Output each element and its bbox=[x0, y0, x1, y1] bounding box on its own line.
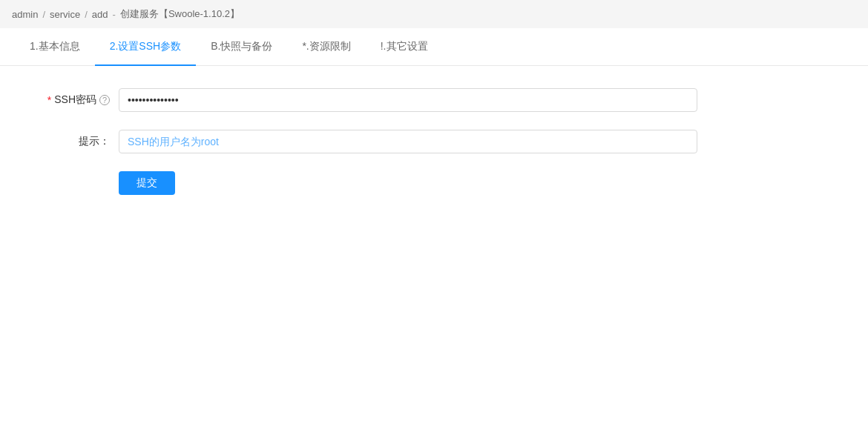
ssh-password-label-text: SSH密码 bbox=[54, 93, 96, 107]
separator-3: - bbox=[113, 9, 116, 20]
breadcrumb-bar: admin / service / add - 创建服务【Swoole-1.10… bbox=[0, 0, 868, 28]
hint-label: 提示： bbox=[30, 135, 119, 148]
tabs-bar: 1.基本信息 2.设置SSH参数 B.快照与备份 *.资源限制 !.其它设置 bbox=[0, 28, 868, 66]
tab-ssh-params[interactable]: 2.设置SSH参数 bbox=[95, 28, 196, 65]
submit-row: 提交 bbox=[119, 171, 838, 195]
hint-input[interactable] bbox=[119, 130, 697, 153]
form-area: * SSH密码 ? 提示： 提交 bbox=[0, 66, 868, 217]
breadcrumb-add: add bbox=[92, 9, 108, 20]
separator-2: / bbox=[85, 9, 88, 20]
ssh-password-label: * SSH密码 ? bbox=[30, 93, 119, 107]
tab-resource-limit[interactable]: *.资源限制 bbox=[287, 28, 365, 65]
ssh-password-row: * SSH密码 ? bbox=[30, 88, 838, 112]
ssh-password-input[interactable] bbox=[119, 88, 697, 112]
required-star: * bbox=[47, 94, 51, 106]
breadcrumb-admin[interactable]: admin bbox=[12, 9, 38, 20]
tab-other-settings[interactable]: !.其它设置 bbox=[366, 28, 443, 65]
separator-1: / bbox=[42, 9, 45, 20]
hint-label-text: 提示： bbox=[79, 135, 110, 148]
breadcrumb-page-title: 创建服务【Swoole-1.10.2】 bbox=[120, 7, 240, 21]
submit-button[interactable]: 提交 bbox=[119, 171, 175, 195]
breadcrumb-service[interactable]: service bbox=[50, 9, 80, 20]
main-content: 1.基本信息 2.设置SSH参数 B.快照与备份 *.资源限制 !.其它设置 *… bbox=[0, 28, 868, 421]
tab-basic-info[interactable]: 1.基本信息 bbox=[15, 28, 95, 65]
help-icon[interactable]: ? bbox=[99, 95, 110, 105]
tab-snapshot[interactable]: B.快照与备份 bbox=[196, 28, 287, 65]
hint-row: 提示： bbox=[30, 130, 838, 153]
